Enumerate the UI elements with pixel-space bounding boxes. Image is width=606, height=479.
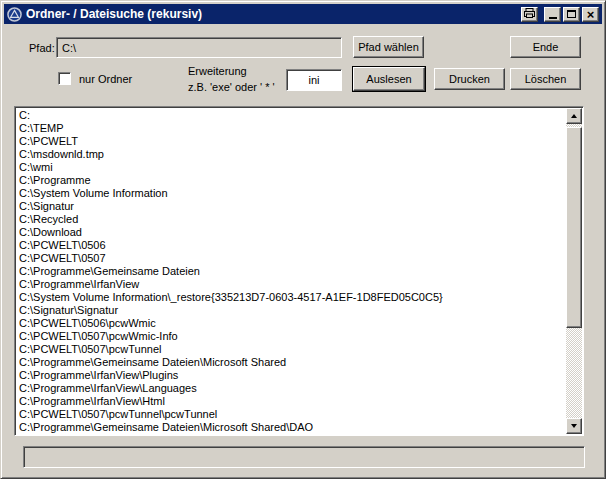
list-item[interactable]: C:\Download [19, 226, 566, 239]
status-bar [23, 446, 585, 468]
scroll-up-button[interactable] [566, 108, 582, 124]
scrollbar-thumb[interactable] [566, 127, 582, 328]
minimize-icon [549, 17, 557, 19]
list-item[interactable]: C:\msdownld.tmp [19, 148, 566, 161]
path-label: Pfad: [29, 42, 55, 54]
list-item[interactable]: C:\PCWELT\0506\pcwWmic [19, 317, 566, 330]
list-item[interactable]: C:\Programme\IrfanView [19, 278, 566, 291]
titlebar-print-button[interactable] [521, 7, 538, 22]
list-item[interactable]: C: [19, 109, 566, 122]
list-item[interactable]: C:\Programme\Gemeinsame Dateien\Microsof… [19, 356, 566, 369]
choose-path-button[interactable]: Pfad wählen [353, 36, 424, 58]
list-item[interactable]: C:\PCWELT\0507\pcwTunnel\pcwTunnel [19, 408, 566, 421]
list-item[interactable]: C:\Programme\IrfanView\Plugins [19, 369, 566, 382]
list-item[interactable]: C:\System Volume Information\_restore{33… [19, 291, 566, 304]
list-item[interactable]: C:\Recycled [19, 213, 566, 226]
vertical-scrollbar[interactable] [566, 108, 582, 434]
list-item[interactable]: C:\PCWELT\0507 [19, 252, 566, 265]
results-listbox: C:C:\TEMPC:\PCWELTC:\msdownld.tmpC:\wmiC… [14, 106, 584, 436]
scroll-down-button[interactable] [566, 418, 582, 434]
list-item[interactable]: C:\Programme\IrfanView\Html [19, 395, 566, 408]
list-item[interactable]: C:\Programme\Gemeinsame Dateien [19, 265, 566, 278]
list-item[interactable]: C:\Signatur [19, 200, 566, 213]
app-logo-icon[interactable] [7, 7, 22, 22]
maximize-button[interactable] [563, 7, 580, 22]
list-item[interactable]: C:\Programme [19, 174, 566, 187]
read-button[interactable]: Auslesen [353, 67, 425, 91]
list-item[interactable]: C:\PCWELT [19, 135, 566, 148]
titlebar[interactable]: Ordner- / Dateisuche (rekursiv) × [4, 4, 602, 24]
path-value: C:\ [62, 42, 76, 54]
list-item[interactable]: C:\PCWELT\0507\pcwTunnel [19, 343, 566, 356]
extension-input[interactable]: ini [286, 69, 342, 91]
delete-button[interactable]: Löschen [510, 68, 581, 90]
list-item[interactable]: C:\Signatur\Signatur [19, 304, 566, 317]
list-item[interactable]: C:\Programme\Gemeinsame Dateien\Microsof… [19, 421, 566, 434]
list-item[interactable]: C:\wmi [19, 161, 566, 174]
list-item[interactable]: C:\PCWELT\0507\pcwWmic-Info [19, 330, 566, 343]
results-list: C:C:\TEMPC:\PCWELTC:\msdownld.tmpC:\wmiC… [16, 108, 566, 434]
only-folders-label[interactable]: nur Ordner [79, 73, 132, 85]
print-button[interactable]: Drucken [434, 68, 505, 90]
maximize-icon [567, 10, 576, 18]
printer-icon [524, 8, 535, 20]
end-button[interactable]: Ende [510, 36, 581, 58]
minimize-button[interactable] [544, 7, 561, 22]
dialog-window: Ordner- / Dateisuche (rekursiv) × Pfad: … [0, 0, 606, 479]
list-item[interactable]: C:\PCWELT\0506 [19, 239, 566, 252]
list-item[interactable]: C:\Programme\IrfanView\Languages [19, 382, 566, 395]
path-input[interactable]: C:\ [56, 37, 342, 58]
extension-value: ini [308, 74, 319, 86]
extension-label-line2: z.B. 'exe' oder ' * ' [188, 81, 275, 93]
list-item[interactable]: C:\System Volume Information [19, 187, 566, 200]
list-item[interactable]: C:\TEMP [19, 122, 566, 135]
close-button[interactable]: × [582, 7, 599, 22]
arrow-down-icon [571, 424, 577, 428]
window-title: Ordner- / Dateisuche (rekursiv) [26, 7, 519, 21]
only-folders-checkbox[interactable] [58, 72, 71, 85]
extension-label-line1: Erweiterung [188, 65, 247, 77]
close-icon: × [587, 9, 595, 20]
arrow-up-icon [571, 114, 577, 118]
